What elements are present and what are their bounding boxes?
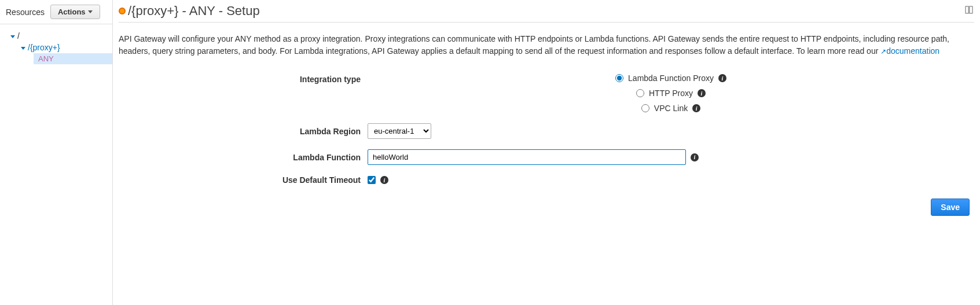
- external-link-icon: ↗: [880, 47, 886, 56]
- integration-type-http[interactable]: HTTP Proxy i: [636, 89, 706, 98]
- setup-form: Integration type Lambda Function Proxy i…: [119, 74, 974, 185]
- radio-http[interactable]: [636, 89, 644, 97]
- tree-item-root[interactable]: /: [10, 30, 112, 42]
- sidebar-title: Resources: [6, 8, 45, 17]
- lambda-function-label: Lambda Function: [119, 153, 368, 162]
- actions-button-label: Actions: [58, 8, 86, 16]
- integration-type-group: Lambda Function Proxy i HTTP Proxy i VPC…: [368, 74, 974, 113]
- sidebar: Resources Actions / /{proxy+} ANY: [0, 0, 113, 305]
- lambda-region-label: Lambda Region: [119, 127, 368, 136]
- main-header: /{proxy+} - ANY - Setup: [119, 0, 974, 23]
- save-button[interactable]: Save: [931, 199, 970, 216]
- page-title: /{proxy+} - ANY - Setup: [128, 3, 260, 19]
- integration-type-lambda[interactable]: Lambda Function Proxy i: [615, 74, 726, 83]
- default-timeout-checkbox[interactable]: [368, 176, 376, 184]
- default-timeout-control: i: [368, 176, 974, 184]
- tree-item-proxy[interactable]: /{proxy+}: [21, 42, 112, 53]
- info-icon[interactable]: i: [691, 153, 699, 161]
- description-text: API Gateway will configure your ANY meth…: [119, 23, 974, 68]
- sidebar-header: Resources Actions: [0, 0, 112, 24]
- lambda-function-input[interactable]: [368, 149, 686, 165]
- info-icon[interactable]: i: [698, 89, 706, 97]
- integration-type-vpc[interactable]: VPC Link i: [641, 104, 700, 113]
- caret-down-icon: [88, 10, 93, 13]
- save-row: Save: [119, 199, 974, 216]
- main-content: /{proxy+} - ANY - Setup API Gateway will…: [113, 0, 980, 305]
- documentation-link[interactable]: ↗documentation: [880, 46, 939, 56]
- info-icon[interactable]: i: [692, 104, 700, 112]
- caret-down-icon: [10, 35, 15, 38]
- resource-tree: / /{proxy+} ANY: [0, 24, 112, 64]
- lambda-function-control: i: [368, 149, 974, 165]
- info-icon[interactable]: i: [380, 176, 388, 184]
- info-icon[interactable]: i: [718, 74, 726, 82]
- book-icon[interactable]: [964, 5, 974, 18]
- lambda-region-select[interactable]: eu-central-1: [368, 123, 431, 139]
- radio-lambda[interactable]: [615, 74, 623, 82]
- caret-down-icon: [21, 47, 25, 50]
- radio-vpc[interactable]: [641, 104, 649, 112]
- default-timeout-label: Use Default Timeout: [119, 175, 368, 185]
- status-indicator-icon: [119, 8, 126, 14]
- actions-button[interactable]: Actions: [50, 5, 100, 19]
- lambda-region-control: eu-central-1: [368, 123, 974, 139]
- integration-type-label: Integration type: [119, 74, 368, 84]
- tree-item-method-any[interactable]: ANY: [34, 53, 112, 64]
